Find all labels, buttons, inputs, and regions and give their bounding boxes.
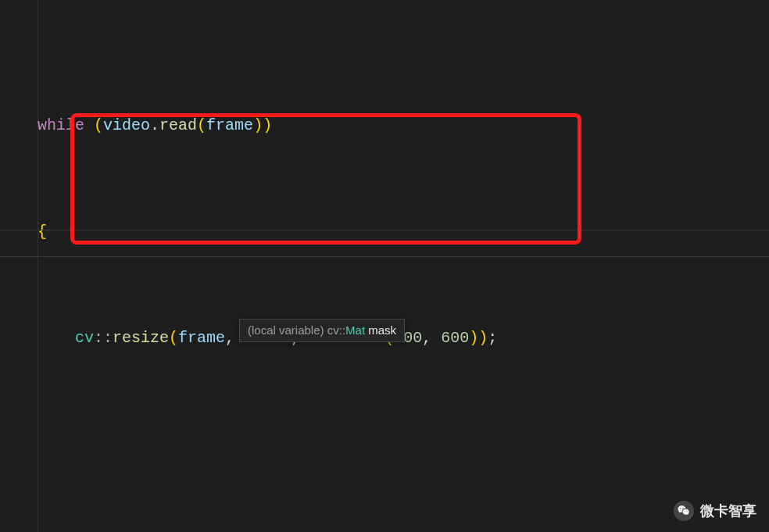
tooltip-namespace: cv:: [327, 323, 345, 337]
separator-line [0, 256, 769, 257]
code-line[interactable] [0, 431, 769, 458]
wechat-icon [674, 501, 694, 521]
hover-tooltip: (local variable) cv::Mat mask [239, 319, 405, 342]
code-line[interactable]: while (video.read(frame)) [0, 112, 769, 139]
tooltip-var: mask [368, 323, 396, 337]
separator-line [0, 230, 769, 230]
tooltip-prefix: (local variable) [248, 323, 327, 337]
code-editor[interactable]: while (video.read(frame)) { cv::resize(f… [0, 0, 769, 532]
watermark: 微卡智享 [674, 501, 756, 521]
keyword-while: while [38, 116, 84, 134]
watermark-text: 微卡智享 [700, 502, 756, 520]
code-line[interactable]: { [0, 219, 769, 245]
tooltip-type: Mat [345, 323, 365, 337]
